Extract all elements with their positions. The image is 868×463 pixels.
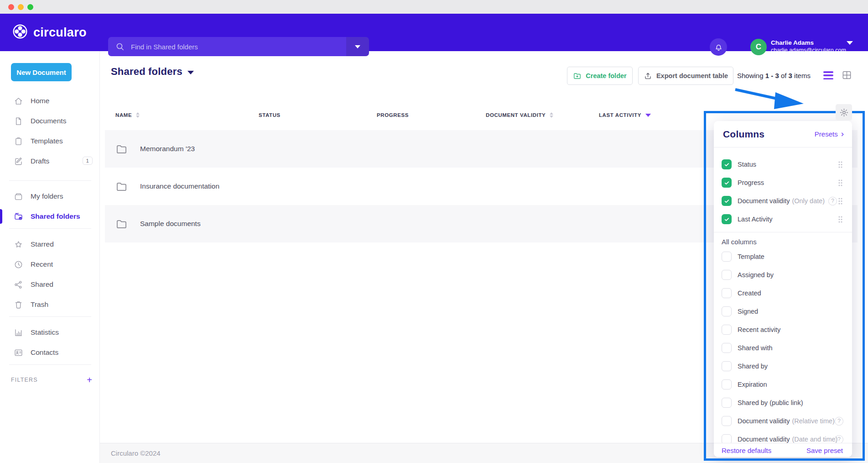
add-filter-button[interactable]: + (87, 375, 92, 384)
new-document-button[interactable]: New Document (11, 63, 72, 81)
window-minimize-button[interactable] (18, 4, 24, 10)
column-note: (Date and time) (792, 436, 837, 443)
drag-handle[interactable] (838, 179, 843, 187)
page-title[interactable]: Shared folders (111, 66, 194, 78)
brand-logo[interactable]: circularo (12, 14, 87, 51)
check-icon (724, 198, 730, 204)
notifications-button[interactable] (710, 38, 727, 56)
my-folders-icon (13, 191, 23, 201)
sidebar-item[interactable]: Shared folders (0, 206, 100, 226)
drafts-icon (13, 156, 23, 166)
sidebar-item-label: Trash (31, 300, 48, 309)
app-header: circularo C Charlie Adams charlie.adams@… (0, 14, 868, 51)
drag-handle[interactable] (838, 216, 843, 223)
column-label: Signed (738, 308, 758, 315)
sidebar-item[interactable]: Statistics (0, 322, 100, 342)
checkbox-unchecked[interactable] (722, 252, 732, 262)
list-view-toggle[interactable] (823, 71, 833, 79)
share-icon (13, 279, 23, 289)
shared-folder-icon (13, 211, 23, 221)
app-window: circularo C Charlie Adams charlie.adams@… (0, 0, 868, 463)
circularo-logo-icon (12, 23, 28, 42)
checkbox-unchecked[interactable] (722, 343, 732, 353)
sidebar-item[interactable]: Shared (0, 274, 100, 295)
sidebar-item[interactable]: Starred (0, 234, 100, 254)
sidebar-item[interactable]: Recent (0, 254, 100, 274)
checkbox-unchecked[interactable] (722, 398, 732, 408)
column-settings-button[interactable] (836, 104, 852, 121)
sidebar-item[interactable]: Trash (0, 295, 100, 315)
table-column-header[interactable]: LAST ACTIVITY (599, 112, 651, 118)
folder-name: Sample documents (140, 220, 201, 228)
help-icon[interactable]: ? (835, 435, 843, 444)
sidebar-item-label: Recent (31, 260, 53, 268)
checkbox-unchecked[interactable] (722, 361, 732, 371)
sort-desc-icon[interactable] (645, 114, 651, 117)
user-menu-chevron-icon[interactable] (847, 45, 853, 53)
trash-icon (13, 300, 23, 310)
sidebar-item[interactable]: My folders (0, 186, 100, 206)
save-preset-link[interactable]: Save preset (806, 447, 843, 454)
checkbox-unchecked[interactable] (722, 379, 732, 389)
presets-link[interactable]: Presets › (815, 130, 844, 138)
column-toggle-row: Document validity (Only date) ? (714, 192, 852, 210)
table-header-row: NAME STATUS PROGRESS DOCUMENT VALIDITY L… (0, 112, 868, 120)
sidebar-item[interactable]: Home (0, 91, 100, 111)
sidebar-divider (9, 228, 91, 229)
sidebar-item[interactable]: Contacts (0, 342, 100, 363)
checkbox-checked[interactable] (722, 159, 732, 169)
search-icon (115, 42, 125, 51)
search-input[interactable] (130, 42, 369, 51)
folder-name: Insurance documentation (140, 182, 219, 190)
template-icon (13, 136, 23, 146)
table-column-header[interactable]: NAME (115, 112, 140, 118)
checkbox-checked[interactable] (722, 196, 732, 206)
table-column-header[interactable]: PROGRESS (377, 112, 409, 118)
all-columns-label: All columns (722, 238, 852, 246)
column-toggle-row: Progress (714, 174, 852, 192)
user-menu[interactable]: Charlie Adams charlie.adams@circularo.co… (771, 39, 846, 54)
help-icon[interactable]: ? (828, 197, 837, 205)
column-toggle-row: Assigned by (714, 266, 852, 284)
sort-icon[interactable] (550, 112, 553, 118)
column-toggle-row: Expiration (714, 375, 852, 394)
columns-panel-header: Columns Presets › (714, 121, 852, 147)
sidebar-divider (9, 316, 91, 317)
table-column-header[interactable]: DOCUMENT VALIDITY (486, 112, 553, 118)
checkbox-unchecked[interactable] (722, 270, 732, 280)
export-document-table-button[interactable]: Export document table (638, 67, 733, 85)
grid-view-toggle[interactable] (842, 70, 852, 82)
column-label: Template (738, 253, 764, 260)
user-name: Charlie Adams (771, 39, 846, 47)
sidebar-item[interactable]: Drafts 1 (0, 151, 100, 171)
search-scope-dropdown[interactable] (346, 37, 369, 56)
checkbox-unchecked[interactable] (722, 325, 732, 335)
sidebar-item-label: Templates (31, 137, 63, 145)
checkbox-unchecked[interactable] (722, 288, 732, 298)
checkbox-checked[interactable] (722, 178, 732, 188)
star-icon (13, 239, 23, 249)
drag-handle[interactable] (838, 197, 843, 205)
columns-panel-footer: Restore defaults Save preset (714, 443, 852, 457)
table-column-header[interactable]: STATUS (259, 112, 281, 118)
help-icon[interactable]: ? (835, 417, 843, 426)
folder-icon (115, 143, 128, 155)
user-avatar[interactable]: C (750, 39, 767, 55)
checkbox-unchecked[interactable] (722, 416, 732, 426)
checkbox-unchecked[interactable] (722, 306, 732, 316)
check-icon (724, 162, 730, 168)
clock-icon (13, 259, 23, 269)
filters-label: FILTERS (11, 377, 38, 383)
sidebar-item[interactable]: Templates (0, 131, 100, 151)
columns-panel-title: Columns (723, 129, 764, 140)
window-close-button[interactable] (8, 4, 14, 10)
create-folder-button[interactable]: Create folder (567, 67, 633, 85)
sort-icon[interactable] (136, 112, 140, 118)
drag-handle[interactable] (838, 161, 843, 168)
window-zoom-button[interactable] (27, 4, 33, 10)
columns-panel: Columns Presets › Status (714, 121, 852, 457)
restore-defaults-link[interactable]: Restore defaults (722, 447, 771, 454)
column-toggle-row: Recent activity (714, 321, 852, 339)
bell-icon (714, 42, 723, 52)
checkbox-checked[interactable] (722, 214, 732, 224)
